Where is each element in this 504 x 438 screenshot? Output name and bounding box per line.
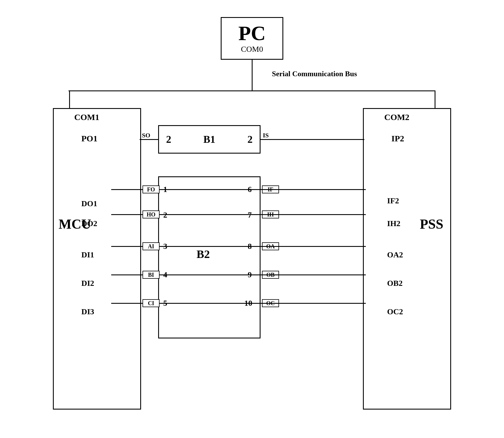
line-oa-pss (279, 246, 364, 247)
line-di1-ai (111, 246, 142, 247)
pss-box (363, 108, 451, 410)
b1-is-label: IS (263, 132, 269, 139)
line-oc-pss (279, 303, 364, 304)
mcu-com1-label: COM1 (74, 112, 99, 122)
pss-oc2-label: OC2 (387, 307, 403, 316)
pss-ih2-label: IH2 (387, 219, 400, 228)
line-mcu-vertical (69, 90, 70, 109)
sig-ai-box: AI (142, 242, 160, 250)
line-pc-vertical (252, 60, 253, 91)
mcu-po1-label: PO1 (81, 134, 98, 143)
line-ih-pss (279, 214, 364, 215)
pc-com: COM0 (241, 45, 263, 54)
b2-pin2: 2 (163, 210, 167, 220)
b1-center-label: B1 (203, 133, 215, 145)
b2-pin7: 7 (248, 210, 252, 220)
pc-title: PC (238, 23, 266, 44)
pc-box: PC COM0 (221, 17, 283, 60)
b1-so-label: SO (142, 132, 150, 139)
serial-bus-label: Serial Communication Bus (272, 70, 357, 78)
b1-right-num: 2 (247, 133, 253, 145)
pss-oa2-label: OA2 (387, 250, 403, 259)
mcu-di1-label: DI1 (81, 250, 94, 259)
line-ci-b2 (160, 303, 265, 304)
pss-if2-label: IF2 (387, 196, 399, 205)
mcu-di3-label: DI3 (81, 307, 94, 316)
line-pss-vertical (435, 90, 435, 109)
line-bus-horizontal (69, 90, 435, 91)
mcu-do1-label: DO1 (81, 199, 97, 208)
b2-center-label: B2 (197, 247, 210, 261)
line-ob-pss (279, 274, 364, 275)
mcu-di2-label: DI2 (81, 279, 94, 288)
line-fo-b2 (160, 189, 265, 190)
line-do2-ho (111, 214, 142, 215)
line-b1-ip2 (261, 139, 364, 140)
sig-fo-box: FO (142, 185, 160, 193)
sig-bi-box: BI (142, 271, 160, 279)
pss-main-label: PSS (420, 216, 443, 232)
line-bi-b2 (160, 274, 265, 275)
diagram-container: PC COM0 Serial Communication Bus COM1 PO… (53, 11, 451, 427)
mcu-do2-label: DO2 (81, 219, 97, 228)
line-do1-fo (111, 189, 142, 190)
line-di2-bi (111, 274, 142, 275)
sig-ho-box: HO (142, 210, 160, 218)
pss-ob2-label: OB2 (387, 279, 402, 288)
line-ai-b2 (160, 246, 265, 247)
line-po1-b1 (140, 139, 159, 140)
line-ho-b2 (160, 214, 265, 215)
pss-ip2-label: IP2 (391, 134, 404, 143)
sig-ci-box: CI (142, 299, 160, 307)
b1-left-num: 2 (166, 133, 171, 145)
b1-box: 2 B1 2 (158, 125, 261, 154)
line-di3-ci (111, 303, 142, 304)
line-if-pss (279, 189, 364, 190)
pss-com2-label: COM2 (384, 112, 409, 122)
mcu-box (53, 108, 141, 410)
